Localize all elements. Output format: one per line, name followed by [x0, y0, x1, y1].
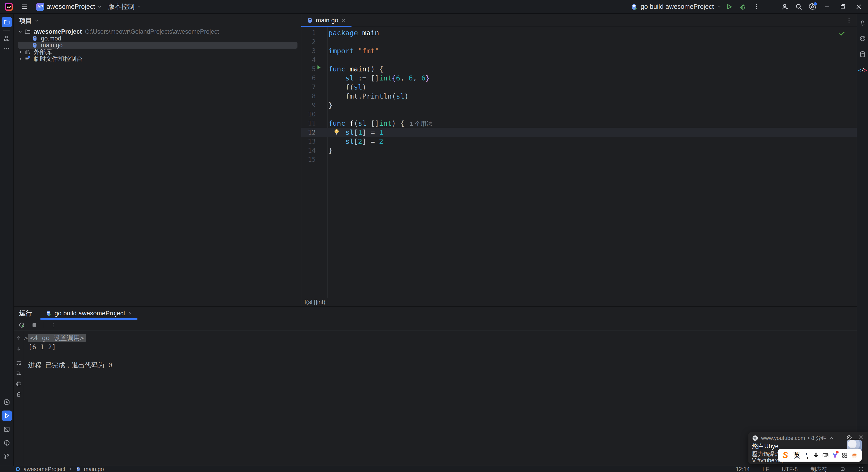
search-everywhere-button[interactable] [793, 1, 805, 12]
code-line-2[interactable]: 2 [301, 37, 857, 46]
line-number[interactable]: 11 [301, 119, 316, 128]
line-number[interactable]: 8 [301, 92, 316, 101]
readonly-toggle[interactable] [840, 466, 845, 472]
line-number[interactable]: 6 [301, 73, 316, 83]
ime-emoji-button[interactable] [850, 450, 859, 460]
run-configuration-widget[interactable]: go build awesomeProject [630, 3, 721, 11]
code-line-7[interactable]: 7 f(sl) [301, 83, 857, 92]
line-number[interactable]: 5 [301, 64, 316, 73]
tree-chevron-icon[interactable] [17, 29, 24, 34]
line-number[interactable]: 3 [301, 46, 316, 55]
sogou-logo-icon[interactable]: S [781, 450, 789, 460]
git-tool-button[interactable] [2, 451, 12, 462]
rerun-button[interactable] [18, 321, 26, 329]
clear-console-button[interactable] [14, 390, 23, 399]
maximize-button[interactable] [836, 0, 850, 13]
close-tab-icon[interactable] [128, 311, 132, 316]
ime-language-toggle[interactable]: 英 [793, 450, 801, 460]
line-number[interactable]: 12 [301, 128, 316, 137]
code-line-15[interactable]: 15 [301, 155, 857, 164]
ime-punctuation-toggle[interactable]: ', [802, 450, 811, 460]
code-line-5[interactable]: 5func main() { [301, 64, 857, 73]
intention-bulb-icon[interactable] [333, 128, 340, 136]
code-with-me-button[interactable] [779, 1, 791, 12]
line-number[interactable]: 13 [301, 137, 316, 146]
more-tool-windows-button[interactable] [2, 43, 12, 54]
next-occurrence-button[interactable] [14, 344, 23, 353]
caret-position-widget[interactable]: 12:14 [736, 466, 750, 472]
print-button[interactable] [14, 380, 23, 388]
run-options-button[interactable] [49, 321, 57, 329]
code-line-3[interactable]: 3import "fmt" [301, 46, 857, 55]
tab-options-button[interactable] [846, 17, 852, 24]
code-line-12[interactable]: 12 sl[1] = 1 [301, 128, 857, 137]
editor-breadcrumbs[interactable]: f(sl []int) [301, 298, 857, 306]
code-line-10[interactable]: 10 [301, 109, 857, 119]
line-number[interactable]: 4 [301, 55, 316, 64]
settings-button[interactable] [807, 1, 818, 12]
line-number[interactable]: 1 [301, 28, 316, 37]
ime-toolbar[interactable]: S 英 ', [778, 449, 862, 462]
project-panel-header[interactable]: 项目 [14, 14, 301, 27]
line-separator-widget[interactable]: LF [763, 466, 769, 472]
run-tab[interactable]: go build awesomeProject [40, 307, 137, 320]
status-project-name[interactable]: awesomeProject [24, 466, 65, 472]
chevron-up-icon[interactable] [829, 436, 834, 440]
terminal-tool-button[interactable] [2, 424, 12, 435]
prev-occurrence-button[interactable] [14, 334, 23, 343]
scroll-to-end-button[interactable] [14, 369, 23, 378]
debug-button[interactable] [737, 1, 749, 12]
folded-setup-calls[interactable]: <4 go 设置调用> [28, 334, 86, 342]
ime-keyboard-button[interactable] [821, 450, 830, 460]
database-button[interactable] [857, 49, 868, 59]
code-line-8[interactable]: 8 fmt.Println(sl) [301, 92, 857, 101]
run-tool-button[interactable] [2, 410, 12, 421]
usages-inlay-hint[interactable]: 1 个用法 [410, 120, 432, 127]
plugin-code-button[interactable]: </> [857, 65, 868, 75]
structure-tool-button[interactable] [2, 33, 12, 43]
tree-chevron-icon[interactable] [17, 56, 24, 61]
line-number[interactable]: 9 [301, 101, 316, 109]
line-number[interactable]: 14 [301, 146, 316, 155]
tree-item-main.go[interactable]: main.go [14, 42, 301, 49]
ime-voice-button[interactable] [812, 450, 820, 460]
code-line-9[interactable]: 9} [301, 101, 857, 109]
status-file-name[interactable]: main.go [84, 466, 104, 472]
code-editor[interactable]: 1package main23import "fmt"45func main()… [301, 27, 857, 298]
fold-expand-icon[interactable]: > [24, 334, 28, 343]
editor-tab-main-go[interactable]: main.go [301, 14, 351, 27]
project-tool-button[interactable] [2, 17, 12, 27]
close-button[interactable] [852, 0, 866, 13]
inspection-status-ok[interactable] [838, 30, 846, 37]
stop-button[interactable] [30, 321, 39, 329]
indent-widget[interactable]: 制表符 [810, 466, 827, 472]
ai-assistant-button[interactable] [857, 33, 868, 43]
code-line-1[interactable]: 1package main [301, 28, 857, 37]
ime-toolbox-button[interactable] [840, 450, 849, 460]
main-menu-button[interactable] [19, 1, 30, 12]
more-actions-button[interactable] [750, 1, 762, 12]
ime-skin-button[interactable] [831, 450, 839, 460]
code-line-4[interactable]: 4 [301, 55, 857, 64]
tree-item--[interactable]: 外部库 [14, 49, 301, 55]
notifications-button[interactable] [857, 18, 868, 28]
run-gutter-icon[interactable] [316, 64, 327, 70]
line-number[interactable]: 15 [301, 155, 316, 164]
soft-wrap-button[interactable] [14, 359, 23, 367]
problems-tool-button[interactable] [2, 438, 12, 448]
code-line-11[interactable]: 11func f(sl []int) {1 个用法 [301, 119, 857, 128]
status-info-button[interactable] [858, 466, 864, 472]
tree-item-awesomeProject[interactable]: awesomeProjectC:\Users\meowr\GolandProje… [14, 28, 301, 35]
console-output[interactable]: ><4 go 设置调用>[6 1 2]进程 已完成，退出代码为 0 [24, 331, 857, 466]
line-number[interactable]: 2 [301, 37, 316, 46]
minimize-button[interactable] [820, 0, 834, 13]
code-line-14[interactable]: 14} [301, 146, 857, 155]
code-line-13[interactable]: 13 sl[2] = 2 [301, 137, 857, 146]
tree-chevron-icon[interactable] [17, 50, 24, 55]
vcs-widget[interactable]: 版本控制 [108, 2, 142, 11]
encoding-widget[interactable]: UTF-8 [782, 466, 798, 472]
tree-item--[interactable]: 临时文件和控制台 [14, 55, 301, 62]
close-tab-icon[interactable] [341, 18, 346, 23]
project-widget[interactable]: AP awesomeProject [36, 3, 102, 11]
code-line-6[interactable]: 6 sl := []int{6, 6, 6} [301, 73, 857, 83]
